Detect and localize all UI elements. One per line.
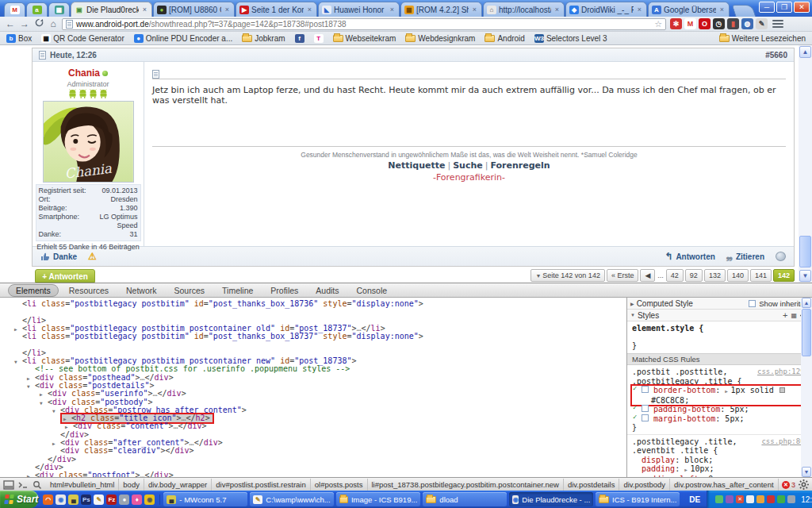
bookmark-item[interactable]: W3Selectors Level 3	[530, 34, 612, 43]
bookmark-star-icon[interactable]: ☆	[654, 19, 662, 29]
bookmark-item[interactable]: T	[309, 34, 328, 43]
styles-scroll-up-button[interactable]: ▲	[802, 298, 811, 308]
breadcrumb-item[interactable]: html#vbulletin_html	[46, 479, 119, 491]
tab-close-icon[interactable]: ×	[389, 6, 396, 13]
search-icon[interactable]	[32, 480, 43, 490]
task-button[interactable]: ICS - B919 Intern...	[596, 492, 680, 506]
bookmarks-more[interactable]: Weitere Lesezeichen	[713, 34, 812, 43]
code-line[interactable]: </div>	[0, 456, 626, 464]
css-property[interactable]: display: block;	[632, 456, 809, 465]
bookmark-item[interactable]: Webseitekram	[328, 34, 401, 43]
css-rule[interactable]: css.php:1292.postbit .posttitle,.postbit…	[627, 365, 812, 435]
css-property[interactable]: padding: ▶ 10px;	[632, 464, 809, 475]
sync-icon[interactable]	[777, 495, 785, 503]
messenger-icon[interactable]	[746, 495, 754, 503]
antworten-button[interactable]: ↰ Antworten	[665, 251, 715, 262]
new-style-rule-button[interactable]: +	[783, 310, 787, 320]
tab-close-icon[interactable]: ×	[224, 6, 231, 13]
bookmark-item[interactable]: ▦QR Code Generator	[36, 34, 129, 43]
page-scrollbar[interactable]: ▲ ▼	[799, 45, 812, 283]
property-checkbox[interactable]	[642, 414, 649, 421]
browser-tab[interactable]: ⌂http://localhost/ch...×	[483, 2, 565, 17]
expand-arrow-icon[interactable]: ▶	[725, 388, 730, 394]
page-number-button[interactable]: 140	[727, 269, 749, 282]
chrome-icon[interactable]: ◉	[56, 495, 66, 505]
browser-tab[interactable]: ●[ROM] U8860 CM...×	[153, 2, 235, 17]
devtools-tab-resources[interactable]: Resources	[62, 285, 116, 296]
error-badge[interactable]: ✕ 3	[782, 481, 795, 489]
page-number-button[interactable]: 92	[685, 269, 703, 282]
task-button[interactable]: ◉Die Plaud0recke - ...	[509, 492, 593, 506]
settings-gear-icon[interactable]	[799, 479, 809, 490]
page-number-button[interactable]: 141	[750, 269, 772, 282]
tab-close-icon[interactable]: ×	[141, 6, 148, 13]
property-checkbox[interactable]	[642, 386, 649, 393]
disclosure-arrow-icon[interactable]: ▶	[27, 472, 30, 477]
scroll-up-button[interactable]: ▲	[799, 46, 811, 58]
first-page-button[interactable]: « Erste	[607, 269, 639, 282]
minimize-button[interactable]: ─	[759, 2, 775, 13]
tab-close-icon[interactable]: ×	[306, 6, 313, 13]
globe-icon[interactable]: ◍	[741, 18, 753, 29]
signature-link[interactable]: Suche	[453, 160, 483, 171]
new-tab-button[interactable]	[732, 5, 756, 17]
breadcrumb-item[interactable]: div.postbody	[619, 479, 670, 491]
css-property[interactable]: margin-bottom: 5px;	[632, 414, 809, 424]
reload-button[interactable]	[32, 18, 46, 29]
danke-button[interactable]: Danke	[40, 252, 77, 261]
phone-icon[interactable]: ▮	[727, 18, 739, 29]
multi-quote-icon[interactable]	[776, 252, 786, 261]
bookmark-item[interactable]: f	[290, 34, 309, 43]
css-rule[interactable]: css.php:801.postbitlegacy .title,.eventb…	[627, 435, 812, 478]
devtools-elements-tree[interactable]: <li class="postbitlegacy postbitim" id="…	[0, 298, 626, 477]
devtools-tab-profiles[interactable]: Profiles	[263, 285, 305, 296]
devtools-tab-audits[interactable]: Audits	[308, 285, 346, 296]
post-number[interactable]: #5660	[765, 51, 787, 60]
filezilla-icon[interactable]: Fz	[106, 495, 117, 505]
bookmark-item[interactable]: bBox	[2, 34, 36, 43]
home-button[interactable]: ⌂	[46, 18, 60, 29]
language-indicator[interactable]: DE	[683, 495, 707, 504]
maximize-button[interactable]: ❐	[776, 2, 792, 13]
zitieren-button[interactable]: ❠ Zitieren	[726, 251, 764, 262]
browser-menu-button[interactable]	[772, 18, 783, 29]
console-drawer-icon[interactable]	[17, 480, 29, 490]
breadcrumb-item[interactable]: ol#posts.posts	[311, 479, 368, 491]
signature-link[interactable]: Forenregeln	[490, 160, 550, 171]
browser-tab[interactable]: AGoogle Übersetzer×	[648, 2, 730, 17]
security-icon[interactable]	[767, 495, 775, 503]
element-style-block[interactable]: element.style { }	[627, 321, 812, 353]
start-button[interactable]: Start	[0, 491, 38, 508]
clock-icon[interactable]: ◷	[713, 18, 725, 29]
dock-side-icon[interactable]	[3, 480, 14, 490]
task-button[interactable]: ▄- MWconn 5.7	[163, 492, 247, 506]
tab-close-icon[interactable]: ×	[718, 6, 726, 13]
task-button[interactable]: ✎C:\wamp\www\ch...	[250, 492, 334, 506]
bookmark-item[interactable]: ●Online PDU Encoder a...	[129, 34, 238, 43]
back-button[interactable]: ←	[3, 18, 17, 29]
property-checkbox[interactable]	[642, 405, 649, 412]
bookmark-item[interactable]: Jobkram	[237, 34, 289, 43]
computed-style-header[interactable]: ▶ Computed Style Show inherited	[627, 298, 812, 310]
code-line[interactable]: ▶<div class="postfoot">…</div>	[0, 471, 626, 477]
pinned-tab[interactable]: M	[4, 2, 25, 17]
styles-scroll-thumb[interactable]	[802, 309, 811, 356]
update-icon[interactable]	[756, 495, 764, 503]
page-select-button[interactable]: ▼ Seite 142 von 142	[530, 269, 604, 282]
avatar[interactable]: Chania	[43, 101, 134, 183]
modem-icon[interactable]: ▄	[68, 495, 79, 505]
bookmark-item[interactable]: Webdesignkram	[400, 34, 480, 43]
breadcrumb-item[interactable]: body	[119, 479, 144, 491]
username-link[interactable]: Chania	[68, 67, 100, 79]
net-disconnect-icon[interactable]: ✕	[736, 495, 744, 503]
code-line[interactable]: <li class="postbitlegacy postbitim" id="…	[0, 333, 626, 341]
code-line[interactable]: <li class="postbitlegacy postbitim" id="…	[0, 300, 626, 308]
scroll-down-button[interactable]: ▼	[799, 270, 811, 282]
styles-header[interactable]: ▼ Styles + ▦	[627, 310, 812, 321]
breadcrumb-item[interactable]: li#post_18738.postbitlegacy.postbitim.po…	[368, 479, 564, 491]
picasa-icon[interactable]: ◉	[144, 495, 155, 505]
photoshop-icon[interactable]: Ps	[81, 495, 91, 505]
breadcrumb-item[interactable]: div.postrow.has_after_content	[670, 479, 779, 491]
task-button[interactable]: Image - ICS B919...	[336, 492, 420, 506]
devtools-tab-console[interactable]: Console	[350, 285, 395, 296]
